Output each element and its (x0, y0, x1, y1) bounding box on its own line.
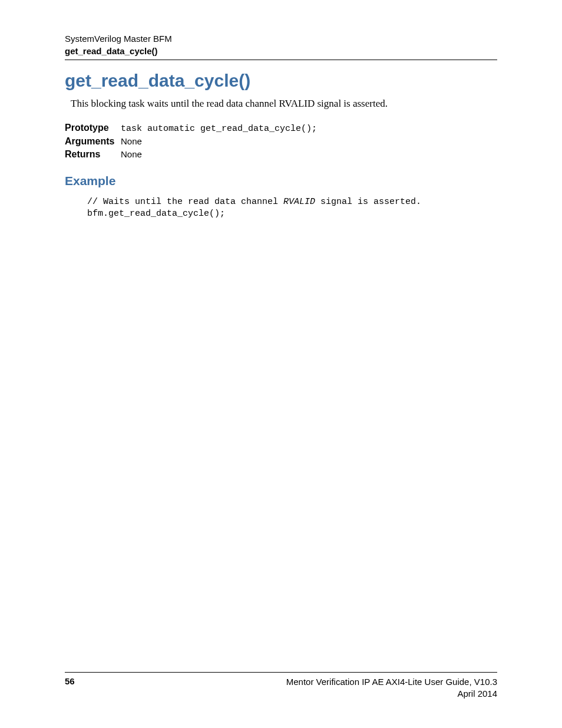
code-comment-em: RVALID (283, 197, 315, 207)
prototype-label: Prototype (65, 123, 121, 133)
header-chapter: SystemVerilog Master BFM (65, 32, 497, 45)
footer-guide: Mentor Verification IP AE AXI4-Lite User… (286, 676, 497, 688)
section-title: get_read_data_cycle() (65, 71, 497, 91)
page-footer: 56 Mentor Verification IP AE AXI4-Lite U… (65, 672, 497, 700)
returns-row: Returns None (65, 149, 497, 160)
code-comment-post: signal is asserted. (315, 197, 421, 207)
page-header: SystemVerilog Master BFM get_read_data_c… (65, 32, 497, 60)
returns-label: Returns (65, 149, 121, 160)
definition-table: Prototype task automatic get_read_data_c… (65, 123, 497, 160)
page-number: 56 (65, 676, 75, 686)
code-comment-pre: // Waits until the read data channel (87, 197, 283, 207)
code-call: bfm.get_read_data_cycle(); (87, 209, 225, 219)
arguments-row: Arguments None (65, 136, 497, 147)
example-heading: Example (65, 174, 497, 188)
page-content: SystemVerilog Master BFM get_read_data_c… (0, 0, 562, 728)
header-section: get_read_data_cycle() (65, 45, 497, 57)
example-code: // Waits until the read data channel RVA… (87, 196, 497, 220)
intro-paragraph: This blocking task waits until the read … (71, 98, 497, 110)
prototype-row: Prototype task automatic get_read_data_c… (65, 123, 497, 134)
footer-date: April 2014 (286, 688, 497, 700)
arguments-value: None (121, 136, 142, 146)
arguments-label: Arguments (65, 136, 121, 147)
returns-value: None (121, 149, 142, 159)
prototype-value: task automatic get_read_data_cycle(); (121, 124, 317, 134)
footer-info: Mentor Verification IP AE AXI4-Lite User… (286, 676, 497, 700)
